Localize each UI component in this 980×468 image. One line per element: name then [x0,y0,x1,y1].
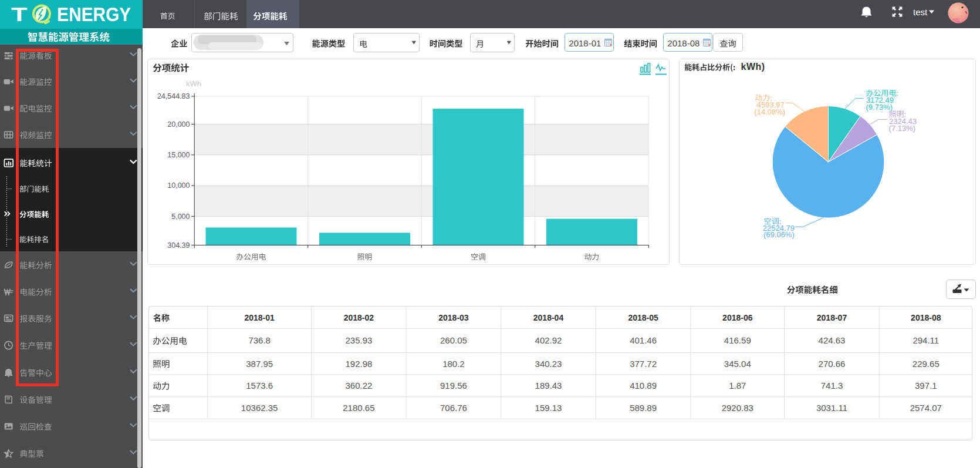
svg-text:2018-05: 2018-05 [628,313,658,322]
svg-text:377.72: 377.72 [630,359,657,369]
svg-text:402.92: 402.92 [535,335,562,345]
svg-text:294.11: 294.11 [913,335,939,345]
svg-text:360.22: 360.22 [345,381,372,390]
svg-text:192.98: 192.98 [345,359,372,369]
svg-text:180.2: 180.2 [442,359,465,369]
svg-text:2018-08: 2018-08 [911,313,941,322]
svg-text:ENERGY: ENERGY [57,3,131,25]
svg-text:2018-07: 2018-07 [817,313,847,322]
svg-text:10,000: 10,000 [167,181,190,190]
svg-text:270.66: 270.66 [819,359,846,369]
svg-text:(69.06%): (69.06%) [763,230,795,239]
svg-text:340.23: 340.23 [535,359,562,369]
svg-text:kWh): kWh) [741,62,765,72]
svg-text:304.39: 304.39 [167,241,190,250]
svg-text:387.95: 387.95 [246,359,273,369]
svg-text:345.04: 345.04 [724,359,751,369]
svg-text:589.89: 589.89 [630,403,657,413]
svg-text:1573.6: 1573.6 [246,381,273,390]
svg-text:5,000: 5,000 [171,213,190,221]
svg-text:test: test [913,7,928,17]
svg-text:T: T [11,3,28,25]
svg-text:2574.07: 2574.07 [910,403,942,413]
svg-text:397.1: 397.1 [915,381,937,390]
svg-text:260.05: 260.05 [440,335,467,345]
svg-text:235.93: 235.93 [345,335,372,345]
svg-text:2018-01: 2018-01 [244,313,275,322]
svg-text:401.46: 401.46 [630,335,657,345]
svg-text:416.59: 416.59 [724,335,751,345]
svg-text:24,544.83: 24,544.83 [157,92,190,100]
svg-text:(9.73%): (9.73%) [866,103,893,112]
svg-text:15,000: 15,000 [167,151,190,159]
svg-text:706.76: 706.76 [440,403,467,413]
svg-text:189.43: 189.43 [535,381,562,390]
svg-text:2018-06: 2018-06 [722,313,753,322]
svg-text:159.13: 159.13 [535,403,562,413]
svg-text:2018-04: 2018-04 [533,313,564,322]
svg-text:2018-01: 2018-01 [569,38,601,48]
svg-text:20,000: 20,000 [167,120,190,129]
svg-text:3031.11: 3031.11 [816,403,847,413]
svg-text:736.8: 736.8 [248,335,271,345]
svg-text:229.65: 229.65 [913,359,940,369]
svg-text:2018-03: 2018-03 [438,313,469,322]
svg-text:2018-02: 2018-02 [344,313,374,322]
svg-text:410.89: 410.89 [630,381,657,390]
svg-text:(7.13%): (7.13%) [889,124,916,133]
svg-text:(14.08%): (14.08%) [754,107,785,116]
svg-text:2920.83: 2920.83 [722,403,753,413]
svg-text:2180.65: 2180.65 [343,403,374,413]
svg-text:919.56: 919.56 [440,381,467,390]
svg-text:1.87: 1.87 [729,381,746,390]
svg-text:741.3: 741.3 [821,381,843,390]
svg-text:10362.35: 10362.35 [241,403,278,413]
svg-text:2018-08: 2018-08 [667,38,699,48]
svg-text:424.63: 424.63 [819,335,846,345]
svg-text:kWh: kWh [186,79,201,88]
